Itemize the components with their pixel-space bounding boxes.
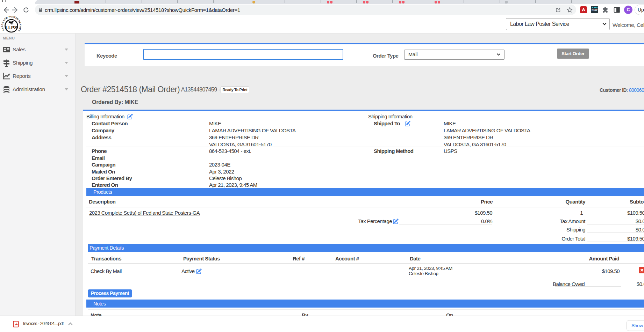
svg-text:LLPS: LLPS <box>6 25 17 30</box>
